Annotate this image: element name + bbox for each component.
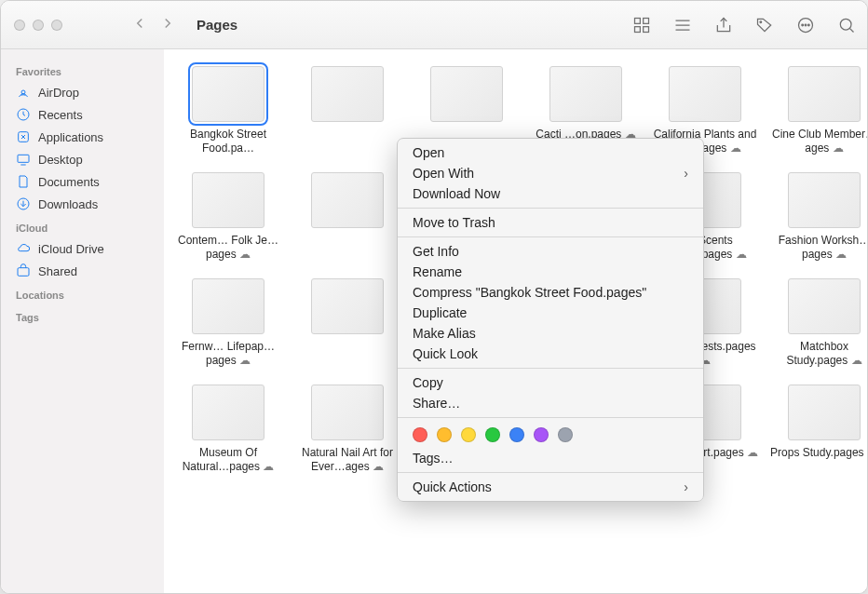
sidebar-item-downloads[interactable]: Downloads — [1, 193, 164, 215]
menu-item-get-info[interactable]: Get Info — [398, 241, 703, 262]
sidebar-item-airdrop[interactable]: AirDrop — [1, 81, 164, 103]
file-thumbnail — [192, 172, 264, 228]
cloud-icon: ☁︎ — [835, 248, 847, 261]
minimize-dot[interactable] — [33, 20, 44, 31]
file-item[interactable] — [292, 66, 402, 155]
menu-item-label: Copy — [413, 375, 443, 390]
sidebar-item-documents[interactable]: Documents — [1, 170, 164, 193]
cloud-icon: ☁︎ — [851, 354, 862, 367]
file-thumbnail — [788, 66, 861, 122]
file-item[interactable]: Fashion Worksh…pages ☁︎ — [769, 172, 867, 262]
menu-separator — [398, 236, 703, 237]
menu-separator — [398, 208, 703, 209]
menu-item-open-with[interactable]: Open With› — [398, 163, 703, 183]
tag-color[interactable] — [413, 427, 427, 442]
file-thumbnail — [549, 66, 622, 122]
menu-item-label: Open With — [413, 166, 474, 181]
share-button[interactable] — [703, 16, 744, 34]
sidebar-item-shared[interactable]: Shared — [1, 260, 164, 282]
file-thumbnail — [788, 172, 861, 228]
sidebar-item-applications[interactable]: Applications — [1, 126, 164, 148]
sidebar-item-label: iCloud Drive — [38, 242, 104, 256]
file-item[interactable]: Natural Nail Art for Ever…ages ☁︎ — [292, 385, 402, 474]
menu-item-copy[interactable]: Copy — [398, 372, 703, 393]
menu-item-rename[interactable]: Rename — [398, 262, 703, 282]
menu-item-label: Tags… — [413, 451, 454, 466]
tag-color[interactable] — [534, 427, 549, 442]
menu-item-download-now[interactable]: Download Now — [398, 183, 703, 204]
tag-color[interactable] — [461, 427, 476, 442]
file-thumbnail — [192, 385, 264, 440]
svg-rect-2 — [635, 26, 641, 32]
menu-item-share-[interactable]: Share… — [398, 393, 703, 413]
svg-point-11 — [808, 24, 810, 26]
search-button[interactable] — [826, 16, 867, 34]
more-button[interactable] — [785, 16, 826, 34]
menu-separator — [398, 368, 703, 369]
file-item[interactable]: Contem… Folk Je…pages ☁︎ — [173, 172, 283, 262]
menu-item-quick-look[interactable]: Quick Look — [398, 344, 703, 364]
file-item[interactable]: Props Study.pages ☁︎ — [769, 385, 867, 474]
group-button[interactable] — [662, 16, 703, 34]
menu-item-make-alias[interactable]: Make Alias — [398, 323, 703, 344]
file-thumbnail — [788, 278, 861, 334]
sidebar-item-label: Recents — [38, 108, 83, 122]
file-label: Natural Nail Art for Ever…ages ☁︎ — [293, 446, 401, 474]
nav-arrows — [75, 15, 176, 35]
close-dot[interactable] — [14, 20, 25, 31]
menu-item-label: Move to Trash — [413, 215, 495, 230]
sidebar: FavoritesAirDropRecentsApplicationsDeskt… — [1, 49, 164, 593]
menu-item-tags-[interactable]: Tags… — [398, 448, 703, 468]
file-item[interactable]: Bangkok Street Food.pa… — [173, 66, 283, 155]
cloud-icon: ☁︎ — [239, 354, 251, 367]
sidebar-item-label: Desktop — [38, 153, 83, 167]
tag-color[interactable] — [437, 427, 452, 442]
file-label: Cine Club Member…ages ☁︎ — [770, 128, 867, 155]
menu-item-duplicate[interactable]: Duplicate — [398, 303, 703, 323]
sidebar-section-header: Tags — [1, 304, 164, 327]
sidebar-item-label: Downloads — [38, 197, 98, 211]
svg-point-12 — [840, 19, 851, 30]
file-thumbnail — [192, 278, 264, 334]
file-thumbnail — [311, 385, 384, 440]
tag-color[interactable] — [558, 427, 573, 442]
tag-color[interactable] — [485, 427, 500, 442]
menu-item-move-to-trash[interactable]: Move to Trash — [398, 212, 703, 233]
tag-color[interactable] — [509, 427, 524, 442]
cloud-icon: ☁︎ — [239, 248, 251, 261]
sidebar-section-header: Locations — [1, 282, 164, 304]
forward-button[interactable] — [159, 15, 176, 35]
file-label: Bangkok Street Food.pa… — [174, 128, 282, 155]
cloud-icon: ☁︎ — [730, 142, 741, 155]
file-label: Fernw… Lifepap…pages ☁︎ — [174, 340, 282, 368]
zoom-dot[interactable] — [51, 20, 62, 31]
sidebar-item-desktop[interactable]: Desktop — [1, 148, 164, 170]
file-item[interactable] — [292, 172, 402, 262]
cloud-icon: ☁︎ — [736, 248, 747, 261]
menu-item-label: Quick Actions — [413, 479, 492, 494]
menu-item-label: Get Info — [413, 244, 459, 259]
view-icons-button[interactable] — [621, 16, 662, 34]
tags-button[interactable] — [744, 16, 785, 34]
finder-window: Pages FavoritesAirDropRecentsApplication… — [0, 0, 868, 594]
menu-item-quick-actions[interactable]: Quick Actions› — [398, 477, 703, 497]
sidebar-item-icloud-drive[interactable]: iCloud Drive — [1, 237, 164, 260]
file-item[interactable]: Cine Club Member…ages ☁︎ — [769, 66, 867, 155]
menu-item-open[interactable]: Open — [398, 142, 703, 163]
file-thumbnail — [430, 66, 503, 122]
chevron-right-icon: › — [684, 479, 688, 494]
file-item[interactable]: Matchbox Study.pages ☁︎ — [769, 278, 867, 368]
context-menu: OpenOpen With›Download NowMove to TrashG… — [397, 138, 704, 502]
file-item[interactable]: Fernw… Lifepap…pages ☁︎ — [173, 278, 283, 368]
back-button[interactable] — [131, 15, 148, 35]
svg-point-10 — [805, 24, 807, 26]
file-thumbnail — [192, 66, 264, 122]
menu-item-label: Share… — [413, 396, 460, 411]
menu-item-compress-bangkok-street-food-pages-[interactable]: Compress "Bangkok Street Food.pages" — [398, 282, 703, 303]
file-item[interactable]: Museum Of Natural…pages ☁︎ — [173, 385, 283, 474]
file-label: Contem… Folk Je…pages ☁︎ — [174, 234, 282, 262]
sidebar-item-recents[interactable]: Recents — [1, 103, 164, 126]
sidebar-section-header: Favorites — [1, 59, 164, 81]
svg-rect-3 — [644, 26, 649, 32]
file-item[interactable] — [292, 278, 402, 368]
